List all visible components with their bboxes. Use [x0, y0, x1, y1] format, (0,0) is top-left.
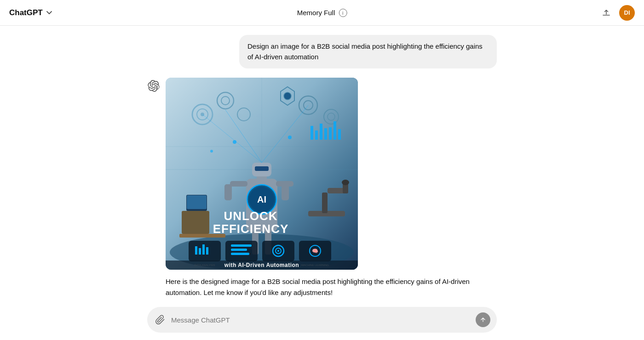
svg-rect-57	[202, 244, 205, 255]
svg-rect-23	[282, 184, 289, 200]
svg-text:EFFICIENCY: EFFICIENCY	[213, 222, 289, 236]
svg-text:AI: AI	[257, 194, 266, 204]
assistant-response-text: Here is the designed image for a B2B soc…	[166, 276, 497, 298]
chat-inner: Design an image for a B2B social media p…	[147, 35, 497, 298]
svg-rect-41	[320, 124, 322, 140]
assistant-message-wrap: AI	[147, 78, 497, 298]
info-icon[interactable]: i	[339, 9, 347, 17]
app-title-button[interactable]: ChatGPT	[9, 8, 53, 17]
svg-rect-39	[310, 126, 313, 140]
message-input[interactable]	[171, 316, 471, 324]
svg-rect-56	[199, 248, 201, 255]
send-button[interactable]	[476, 312, 490, 327]
app-header: ChatGPT Memory Full i DI	[0, 0, 644, 26]
user-bubble: Design an image for a B2B social media p…	[239, 35, 497, 68]
svg-rect-10	[322, 193, 328, 213]
svg-rect-21	[224, 184, 232, 200]
upload-button[interactable]	[599, 6, 614, 20]
svg-rect-52	[225, 241, 258, 261]
app-name: ChatGPT	[9, 8, 43, 17]
svg-text:🧠: 🧠	[312, 248, 318, 254]
memory-full-label: Memory Full	[297, 9, 335, 17]
svg-point-75	[210, 150, 213, 153]
svg-rect-40	[315, 130, 318, 140]
input-wrapper	[147, 307, 497, 333]
svg-rect-42	[324, 128, 327, 140]
user-message-wrap: Design an image for a B2B social media p…	[147, 35, 497, 68]
svg-rect-62	[231, 253, 249, 255]
attach-icon[interactable]	[154, 313, 167, 326]
svg-point-66	[277, 250, 279, 252]
svg-rect-20	[230, 181, 247, 187]
assistant-content: AI	[166, 78, 497, 298]
input-area	[0, 301, 644, 340]
chatgpt-icon	[147, 79, 160, 92]
svg-rect-61	[231, 249, 247, 251]
svg-rect-6	[182, 211, 209, 234]
svg-point-74	[288, 136, 292, 139]
svg-point-13	[342, 180, 349, 185]
svg-rect-60	[231, 244, 252, 247]
user-avatar[interactable]: DI	[619, 5, 635, 21]
chevron-down-icon	[46, 9, 53, 17]
svg-rect-44	[334, 121, 336, 140]
header-center: Memory Full i	[297, 9, 347, 17]
svg-point-38	[284, 92, 291, 100]
svg-rect-55	[195, 246, 197, 255]
svg-text:UNLOCK: UNLOCK	[224, 209, 277, 223]
generated-image[interactable]: AI	[166, 78, 358, 270]
svg-rect-45	[338, 129, 341, 140]
header-actions: DI	[599, 5, 635, 21]
chat-container: Design an image for a B2B social media p…	[0, 26, 644, 301]
svg-point-73	[233, 140, 236, 144]
svg-rect-43	[329, 127, 332, 140]
svg-rect-8	[187, 195, 207, 209]
svg-text:with AI-Driven Automation: with AI-Driven Automation	[224, 262, 299, 268]
svg-rect-26	[255, 166, 269, 171]
svg-rect-58	[206, 247, 208, 255]
